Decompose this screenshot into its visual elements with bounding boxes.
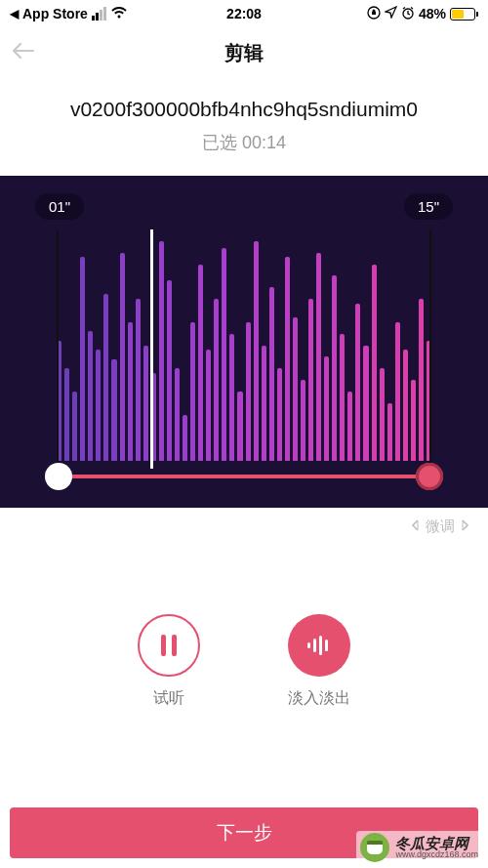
status-right: 48% <box>367 6 478 22</box>
preview-control: 试听 <box>138 614 200 709</box>
waveform-bar <box>120 253 125 461</box>
chevron-right-icon <box>457 517 472 536</box>
fade-control: 淡入淡出 <box>288 614 350 709</box>
waveform-bar <box>206 350 211 461</box>
svg-rect-3 <box>172 635 177 656</box>
battery-icon <box>450 8 478 21</box>
next-button-label: 下一步 <box>217 820 272 846</box>
fine-tune-label: 微调 <box>426 517 455 536</box>
waveform-bar <box>136 299 141 461</box>
orientation-lock-icon <box>367 6 381 22</box>
cellular-signal-icon <box>92 7 106 21</box>
waveform-bar <box>332 275 337 461</box>
preview-button[interactable] <box>138 614 200 677</box>
svg-rect-7 <box>325 640 328 651</box>
waveform-bar <box>175 368 180 461</box>
fade-label: 淡入淡出 <box>288 688 350 709</box>
waveform-bar <box>419 299 424 461</box>
waveform-bar <box>190 322 195 461</box>
start-time-pill: 01" <box>35 193 84 220</box>
location-icon <box>385 6 397 21</box>
waveform-bar <box>128 322 133 461</box>
trim-guide-right <box>429 229 431 469</box>
svg-rect-2 <box>161 635 166 656</box>
filename-label: v0200f300000bfb4nhc9hq5sndiumim0 <box>10 98 478 121</box>
waveform-bar <box>308 299 313 461</box>
wifi-icon <box>110 6 128 21</box>
trim-handle-start[interactable] <box>45 463 72 490</box>
waveform-bar <box>380 368 385 461</box>
waveform-bar <box>72 392 77 461</box>
waveform-bar <box>159 241 164 461</box>
waveform-bar <box>387 403 392 461</box>
trim-track <box>57 475 431 478</box>
waveform-bar <box>285 257 290 461</box>
waveform-bar <box>363 346 368 462</box>
status-time: 22:08 <box>226 6 262 21</box>
svg-rect-5 <box>313 639 316 652</box>
waveform-bar <box>262 346 266 462</box>
trim-guide-left <box>57 229 59 469</box>
waveform-bar <box>222 248 226 461</box>
waveform-bar <box>301 380 305 461</box>
chevron-left-icon <box>408 517 424 536</box>
waveform-bar <box>269 287 274 461</box>
controls-row: 试听 淡入淡出 <box>0 546 488 709</box>
waveform-bar <box>80 257 85 461</box>
waveform-bar <box>237 392 242 461</box>
waveform-bar <box>324 356 329 461</box>
waveform-bar <box>111 359 116 461</box>
battery-percent: 48% <box>419 6 446 21</box>
waveform-bar <box>143 346 148 462</box>
nav-bar: 剪辑 <box>0 27 488 78</box>
waveform-bar <box>372 265 377 461</box>
fade-button[interactable] <box>288 614 350 677</box>
selected-duration: 已选 00:14 <box>10 131 478 154</box>
next-button[interactable]: 下一步 <box>10 807 478 858</box>
pause-icon <box>158 633 180 658</box>
waveform-bar <box>229 334 234 461</box>
waveform-bar <box>254 241 259 461</box>
status-bar: ◀ App Store 22:08 48% <box>0 0 488 27</box>
waveform-bar <box>340 334 345 461</box>
waveform-bar <box>411 380 416 461</box>
waveform-bar <box>214 299 219 461</box>
waveform-bar <box>277 368 282 461</box>
playhead[interactable] <box>150 229 153 469</box>
alarm-icon <box>401 6 415 22</box>
page-title: 剪辑 <box>0 40 488 66</box>
waveform-bar <box>293 317 298 461</box>
waveform-bar <box>167 280 172 461</box>
fine-tune-button[interactable]: 微调 <box>0 508 488 546</box>
trim-handle-end[interactable] <box>416 463 443 490</box>
waveform-bar <box>96 350 101 461</box>
waveform-editor[interactable]: 01" 15" <box>0 176 488 508</box>
preview-label: 试听 <box>153 688 184 709</box>
waveform-bar <box>198 265 203 461</box>
waveform-bar <box>316 253 321 461</box>
svg-rect-4 <box>307 642 310 648</box>
waveform-bar <box>403 350 408 461</box>
waveform-bar <box>183 415 187 461</box>
waveform-bar <box>103 294 108 461</box>
back-to-app-label[interactable]: App Store <box>22 6 88 21</box>
waveform-bar <box>246 322 251 461</box>
back-to-app-icon[interactable]: ◀ <box>10 7 19 21</box>
waveform-bar <box>355 304 360 461</box>
waveform-bar <box>395 322 400 461</box>
waveform-bar <box>64 368 69 461</box>
waveform <box>57 229 431 461</box>
status-left: ◀ App Store <box>10 6 128 21</box>
file-info: v0200f300000bfb4nhc9hq5sndiumim0 已选 00:1… <box>0 78 488 172</box>
back-icon[interactable] <box>10 40 35 65</box>
waveform-bar <box>88 331 93 461</box>
waveform-icon <box>305 635 334 656</box>
waveform-bar <box>347 392 352 461</box>
svg-rect-6 <box>319 636 322 655</box>
end-time-pill: 15" <box>404 193 453 220</box>
